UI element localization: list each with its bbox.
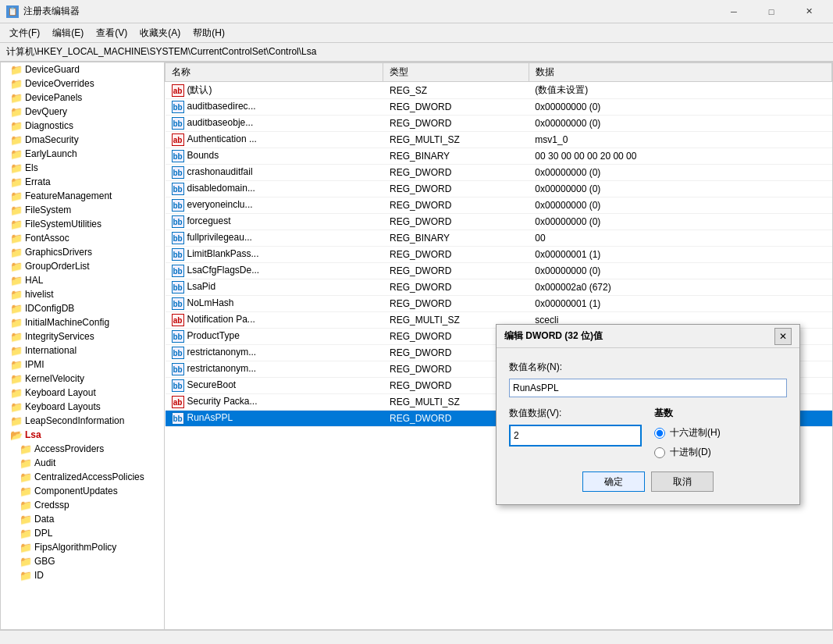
table-row[interactable]: ab(默认)REG_SZ(数值未设置) (166, 82, 832, 99)
folder-icon: 📁 (20, 528, 32, 539)
table-row[interactable]: bbfullprivilegeau...REG_BINARY00 (166, 230, 832, 247)
tree-item[interactable]: 📁AccessProviders (1, 442, 164, 456)
tree-item[interactable]: 📁FileSystem (1, 203, 164, 217)
tree-item[interactable]: 📁IPMI (1, 358, 164, 372)
minimize-button[interactable]: ─ (716, 0, 752, 23)
tree-item[interactable]: 📁DevicePanels (1, 91, 164, 105)
table-row[interactable]: bbcrashonauditfailREG_DWORD0x00000000 (0… (166, 165, 832, 181)
folder-icon: 📁 (10, 92, 23, 103)
tree-item-label: CentralizedAccessPolicies (34, 471, 144, 482)
tree-item-label: ComponentUpdates (34, 486, 118, 496)
folder-icon: 📁 (10, 219, 23, 229)
reg-name-cell: abNotification Pa... (166, 312, 383, 329)
reg-data-cell: 0x00000000 (0) (529, 181, 831, 197)
table-row[interactable]: bbLsaPidREG_DWORD0x000002a0 (672) (166, 279, 832, 296)
tree-item[interactable]: 📁DevQuery (1, 105, 164, 119)
tree-item[interactable]: 📁LeapSecondInformation (1, 414, 164, 428)
ab-icon: ab (172, 314, 184, 326)
menu-favorites[interactable]: 收藏夹(A) (133, 24, 187, 42)
tree-item[interactable]: 📁GBG (1, 554, 164, 568)
data-input[interactable] (509, 425, 642, 447)
tree-item[interactable]: 📁GroupOrderList (1, 259, 164, 273)
hex-radio-label[interactable]: 十六进制(H) (654, 426, 787, 439)
table-row[interactable]: abAuthentication ...REG_MULTI_SZmsv1_0 (166, 132, 832, 148)
tree-item[interactable]: 📁ID (1, 568, 164, 582)
radios: 十六进制(H) 十进制(D) (654, 426, 787, 459)
tree-item[interactable]: 📁FileSystemUtilities (1, 217, 164, 231)
tree-item[interactable]: 📁Diagnostics (1, 119, 164, 133)
tree-panel[interactable]: 📁DeviceGuard📁DeviceOverrides📁DevicePanel… (1, 62, 165, 629)
dec-radio[interactable] (654, 447, 665, 458)
bb-icon: bb (172, 232, 184, 244)
data-col: 数值数据(V): (509, 407, 642, 459)
tree-item[interactable]: 📁Credssp (1, 498, 164, 512)
reg-type-cell: REG_DWORD (383, 263, 529, 279)
bb-icon: bb (172, 150, 184, 162)
tree-item[interactable]: 📁DeviceGuard (1, 62, 164, 76)
ok-button[interactable]: 确定 (582, 471, 645, 492)
bb-icon: bb (172, 199, 184, 212)
tree-item[interactable]: 📁CentralizedAccessPolicies (1, 470, 164, 484)
menu-view[interactable]: 查看(V) (90, 24, 133, 42)
tree-item[interactable]: 📁IntegrityServices (1, 329, 164, 343)
name-input[interactable] (509, 379, 787, 397)
cancel-button[interactable]: 取消 (651, 471, 714, 492)
tree-item-label: FipsAlgorithmPolicy (34, 542, 116, 553)
tree-item-label: HAL (25, 275, 43, 286)
ab-icon: ab (172, 133, 184, 146)
menu-file[interactable]: 文件(F) (3, 24, 46, 42)
dec-radio-label[interactable]: 十进制(D) (654, 446, 787, 459)
tree-item[interactable]: 📁Data (1, 512, 164, 526)
tree-item[interactable]: 📁IDConfigDB (1, 301, 164, 315)
tree-item[interactable]: 📁KernelVelocity (1, 372, 164, 386)
table-row[interactable]: bbLsaCfgFlagsDe...REG_DWORD0x00000000 (0… (166, 263, 832, 279)
tree-item[interactable]: 📂Lsa (1, 428, 164, 442)
tree-item[interactable]: 📁Keyboard Layouts (1, 400, 164, 414)
reg-data-cell: 0x00000000 (0) (529, 214, 831, 230)
folder-icon: 📁 (20, 556, 32, 567)
tree-item[interactable]: 📁HAL (1, 273, 164, 287)
close-button[interactable]: ✕ (791, 0, 827, 23)
reg-name-cell: abAuthentication ... (166, 132, 383, 148)
dialog-title-bar: 编辑 DWORD (32 位)值 ✕ (497, 325, 799, 348)
tree-item[interactable]: 📁ComponentUpdates (1, 484, 164, 498)
tree-item[interactable]: 📁DPL (1, 526, 164, 540)
tree-item[interactable]: 📁EarlyLaunch (1, 147, 164, 161)
data-label: 数值数据(V): (509, 407, 642, 420)
tree-item[interactable]: 📁GraphicsDrivers (1, 245, 164, 259)
maximize-button[interactable]: □ (753, 0, 789, 23)
dialog-close-button[interactable]: ✕ (774, 328, 792, 345)
tree-item[interactable]: 📁DmaSecurity (1, 133, 164, 147)
hex-radio-text: 十六进制(H) (670, 426, 721, 439)
table-row[interactable]: bbauditbasedirec...REG_DWORD0x00000000 (… (166, 99, 832, 116)
tree-item[interactable]: 📁Els (1, 161, 164, 175)
tree-item[interactable]: 📁Errata (1, 175, 164, 189)
tree-item[interactable]: 📁FeatureManagement (1, 189, 164, 203)
tree-item[interactable]: 📁hivelist (1, 287, 164, 301)
name-label: 数值名称(N): (509, 361, 787, 374)
tree-item[interactable]: 📁Keyboard Layout (1, 386, 164, 400)
tree-item-label: Lsa (25, 429, 41, 440)
tree-item[interactable]: 📁Audit (1, 456, 164, 470)
menu-edit[interactable]: 编辑(E) (46, 24, 90, 42)
table-row[interactable]: bbauditbaseobje...REG_DWORD0x00000000 (0… (166, 116, 832, 132)
data-row: 数值数据(V): 基数 十六进制(H) 十进制(D) (509, 407, 787, 459)
hex-radio[interactable] (654, 428, 665, 439)
dialog-buttons: 确定 取消 (509, 471, 787, 492)
table-row[interactable]: bbLimitBlankPass...REG_DWORD0x00000001 (… (166, 247, 832, 263)
tree-item[interactable]: 📁DeviceOverrides (1, 76, 164, 91)
menu-help[interactable]: 帮助(H) (187, 24, 231, 42)
table-row[interactable]: bbforceguestREG_DWORD0x00000000 (0) (166, 214, 832, 230)
table-row[interactable]: bbeveryoneinclu...REG_DWORD0x00000000 (0… (166, 197, 832, 214)
tree-item[interactable]: 📁International (1, 343, 164, 358)
tree-item[interactable]: 📁FontAssoc (1, 231, 164, 245)
edit-dword-dialog: 编辑 DWORD (32 位)值 ✕ 数值名称(N): 数值数据(V): 基数 … (496, 324, 800, 505)
table-row[interactable]: bbBoundsREG_BINARY00 30 00 00 00 20 00 0… (166, 148, 832, 165)
table-row[interactable]: bbNoLmHashREG_DWORD0x00000001 (1) (166, 296, 832, 312)
folder-icon: 📁 (10, 289, 23, 300)
tree-item[interactable]: 📁FipsAlgorithmPolicy (1, 540, 164, 554)
reg-data-cell: 0x00000000 (0) (529, 165, 831, 181)
reg-type-cell: REG_BINARY (383, 148, 529, 165)
tree-item[interactable]: 📁InitialMachineConfig (1, 315, 164, 329)
table-row[interactable]: bbdisabledomain...REG_DWORD0x00000000 (0… (166, 181, 832, 197)
